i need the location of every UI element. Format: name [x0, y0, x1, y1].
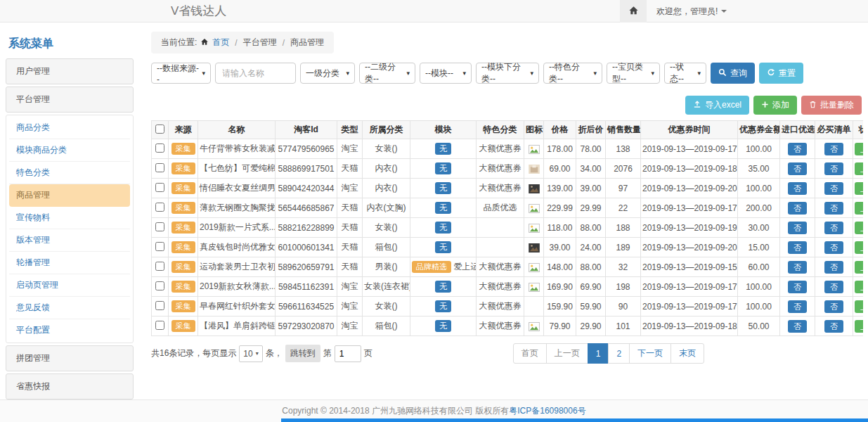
row-checkbox[interactable]: [155, 222, 164, 231]
breadcrumb-separator: /: [280, 38, 287, 48]
home-button[interactable]: [620, 0, 647, 23]
import-optimal-toggle[interactable]: 否: [788, 143, 807, 155]
must-buy-toggle[interactable]: 否: [824, 162, 843, 175]
import-optimal-toggle[interactable]: 否: [788, 241, 807, 254]
status-toggle[interactable]: 上架: [855, 202, 863, 215]
sidebar-subitem-9[interactable]: 启动页管理: [9, 274, 130, 297]
pager-button-5[interactable]: 末页: [671, 343, 704, 364]
per-page-select[interactable]: 10 ▾: [239, 345, 262, 362]
coupon-amount: 100.00: [738, 277, 780, 297]
user-menu[interactable]: 欢迎您，管理员!: [647, 0, 868, 23]
sidebar-item-13[interactable]: 省惠快报: [6, 373, 134, 399]
reset-button[interactable]: 重置: [759, 63, 803, 84]
pager-button-0[interactable]: 首页: [513, 343, 547, 364]
import-excel-button[interactable]: 导入excel: [685, 96, 749, 115]
sidebar-item-1[interactable]: 平台管理: [6, 87, 134, 113]
pager-button-4[interactable]: 下一页: [629, 343, 671, 364]
row-checkbox[interactable]: [155, 301, 164, 310]
must-buy-toggle[interactable]: 否: [824, 241, 843, 254]
filter-select-1[interactable]: 一级分类▾: [300, 63, 355, 84]
row-checkbox[interactable]: [155, 203, 164, 212]
sidebar-subitem-3[interactable]: 模块商品分类: [9, 139, 130, 162]
must-buy-toggle[interactable]: 否: [824, 261, 843, 274]
status-toggle[interactable]: 上架: [855, 281, 863, 293]
row-checkbox[interactable]: [155, 163, 164, 172]
status-toggle[interactable]: 上架: [855, 320, 863, 333]
select-all-checkbox[interactable]: [155, 124, 164, 134]
filter-select-4[interactable]: --模块下分类--▾: [476, 63, 539, 84]
add-button[interactable]: 添加: [753, 96, 797, 115]
must-buy-toggle[interactable]: 否: [824, 320, 843, 333]
must-buy-toggle[interactable]: 否: [824, 281, 843, 293]
must-buy-toggle[interactable]: 否: [824, 182, 843, 195]
product-type: 天猫: [337, 159, 363, 179]
product-type: 淘宝: [337, 316, 363, 336]
import-optimal-toggle[interactable]: 否: [788, 182, 807, 195]
search-button[interactable]: 查询: [711, 63, 755, 84]
import-optimal-toggle[interactable]: 否: [788, 281, 807, 293]
row-checkbox[interactable]: [155, 143, 164, 153]
import-optimal-toggle[interactable]: 否: [788, 261, 807, 274]
filter-select-3[interactable]: --模块--▾: [420, 63, 472, 84]
sidebar-subitem-2[interactable]: 商品分类: [9, 117, 130, 139]
status-toggle[interactable]: 上架: [855, 162, 863, 175]
sidebar-subitem-5[interactable]: 商品管理: [9, 184, 130, 207]
filter-select-5[interactable]: --特色分类--▾: [543, 63, 602, 84]
import-optimal-toggle[interactable]: 否: [788, 320, 807, 333]
row-checkbox[interactable]: [155, 242, 164, 251]
import-optimal-toggle[interactable]: 否: [788, 202, 807, 215]
row-checkbox[interactable]: [155, 262, 164, 271]
breadcrumb-home-link[interactable]: 首页: [212, 37, 229, 49]
filter-select-0[interactable]: --数据来源--▾: [151, 63, 211, 84]
status-toggle[interactable]: 上架: [855, 222, 863, 234]
filter-select-7[interactable]: --状态--▾: [664, 63, 706, 84]
status-toggle[interactable]: 上架: [855, 300, 863, 313]
product-thumbnail: [524, 238, 544, 257]
table-row: 采集运动套装男士卫衣初秋...589620659791天猫男装()品牌精选 爱上…: [152, 257, 864, 277]
status-toggle[interactable]: 上架: [855, 241, 863, 254]
row-checkbox[interactable]: [155, 321, 164, 330]
sidebar-subitem-8[interactable]: 轮播管理: [9, 252, 130, 274]
pager-button-3[interactable]: 2: [608, 343, 630, 364]
status-toggle[interactable]: 上架: [855, 261, 863, 274]
product-thumbnail: [524, 257, 544, 277]
coupon-amount: 100.00: [738, 139, 780, 159]
sidebar-subitem-7[interactable]: 版本管理: [9, 229, 130, 252]
product-thumbnail: [524, 316, 544, 336]
welcome-text: 欢迎您，管理员!: [656, 6, 718, 18]
sidebar-subitem-4[interactable]: 特色分类: [9, 162, 130, 184]
batch-delete-button[interactable]: 批量删除: [801, 96, 862, 115]
status-toggle[interactable]: 上架: [855, 182, 863, 195]
name-search-input[interactable]: [215, 63, 296, 84]
sidebar-item-12[interactable]: 拼团管理: [6, 345, 134, 371]
product-name: 运动套装男士卫衣初秋...: [198, 257, 276, 277]
must-buy-toggle[interactable]: 否: [824, 202, 843, 215]
filter-select-2[interactable]: --二级分类--▾: [359, 63, 415, 84]
pager-button-1[interactable]: 上一页: [546, 343, 588, 364]
sidebar-item-0[interactable]: 用户管理: [6, 58, 134, 84]
sidebar-subitem-11[interactable]: 平台配置: [9, 319, 130, 341]
filter-select-6[interactable]: --宝贝类型--▾: [607, 63, 660, 84]
page-number-input[interactable]: [335, 345, 361, 362]
pager-button-2[interactable]: 1: [588, 343, 609, 364]
must-buy-toggle[interactable]: 否: [824, 300, 843, 313]
row-checkbox[interactable]: [155, 183, 164, 192]
discount-price: 29.90: [576, 316, 606, 336]
icp-link[interactable]: 粤ICP备16098006号: [509, 405, 585, 417]
coupon-amount: 35.00: [738, 159, 780, 179]
table-row: 采集【七色纺】可爱纯棉家...588869917501天猫内衣()无大额优惠券6…: [152, 159, 864, 179]
module-badge: 无: [435, 241, 451, 253]
source-badge: 采集: [171, 182, 195, 194]
jump-to-button[interactable]: 跳转到: [285, 345, 320, 362]
row-checkbox[interactable]: [155, 281, 164, 290]
module-badge: 无: [435, 281, 451, 293]
must-buy-toggle[interactable]: 否: [824, 143, 843, 155]
import-optimal-toggle[interactable]: 否: [788, 222, 807, 234]
status-toggle[interactable]: 上架: [855, 143, 863, 155]
price: 69.00: [544, 159, 576, 179]
import-optimal-toggle[interactable]: 否: [788, 300, 807, 313]
sidebar-subitem-10[interactable]: 意见反馈: [9, 297, 130, 319]
import-optimal-toggle[interactable]: 否: [788, 162, 807, 175]
sidebar-subitem-6[interactable]: 宣传物料: [9, 207, 130, 229]
must-buy-toggle[interactable]: 否: [824, 222, 843, 234]
